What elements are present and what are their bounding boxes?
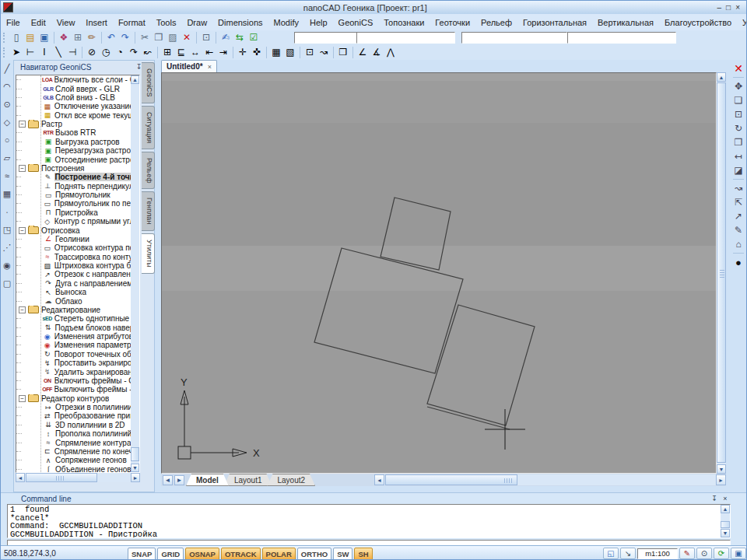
tree-item-row[interactable]: RTRВызов RTR <box>16 128 132 137</box>
zoom-tool-icon[interactable]: ⊙ <box>696 548 712 559</box>
document-tab[interactable]: Untitled0* × <box>161 60 217 72</box>
maximize-button[interactable]: □ <box>726 3 731 12</box>
scroll-thumb[interactable] <box>26 473 97 482</box>
notification-icon[interactable]: ✎ <box>679 548 695 559</box>
pan-icon[interactable]: ✥ <box>731 79 745 93</box>
wipeout-icon[interactable]: ◪ <box>731 163 745 177</box>
menu-item[interactable]: View <box>51 16 81 29</box>
toggle-otrack[interactable]: OTRACK <box>221 548 261 560</box>
quadrant-snap-icon[interactable]: ◔ <box>113 46 127 59</box>
select-tool-icon[interactable]: ➤ <box>9 46 23 59</box>
text-tool-icon[interactable]: I <box>37 46 51 59</box>
align-icon[interactable]: ⇱ <box>731 195 745 209</box>
tree-item-row[interactable]: ◇Контур с прямыми углами <box>16 217 132 226</box>
command-scrollbar[interactable]: ▲ ▼ <box>721 505 730 537</box>
collapse-icon[interactable]: − <box>19 165 26 172</box>
collapse-icon[interactable]: − <box>19 227 26 234</box>
region-icon[interactable]: ⊡ <box>303 46 317 59</box>
tree-item-row[interactable]: ∫Объединение геонов <box>16 465 132 473</box>
line-icon[interactable]: ╱ <box>1 60 13 78</box>
tree-item-row[interactable]: ⇅Подъем блоков наверх <box>16 324 132 332</box>
tree-item-row[interactable]: ≈Спрямление контура <box>16 438 132 446</box>
tree-item-row[interactable]: ⊏Спрямление по конечным <box>16 447 132 456</box>
arc-tool-icon[interactable]: ↷ <box>127 46 141 59</box>
tree-item-row[interactable]: ⊓Пристройка <box>16 208 132 217</box>
scroll-right-icon[interactable]: ► <box>716 474 726 485</box>
layout-tab-layout1[interactable]: Layout1 <box>224 474 272 486</box>
layout-tab-model[interactable]: Model <box>186 474 229 486</box>
menu-item[interactable]: File <box>1 16 26 29</box>
collapse-icon[interactable]: − <box>19 306 26 313</box>
block-icon[interactable]: ❒ <box>336 46 350 59</box>
publish-icon[interactable]: ✏ <box>85 31 99 44</box>
toolbar-combo-field[interactable] <box>356 32 455 44</box>
rhombus-icon[interactable]: ◇ <box>1 114 13 131</box>
menu-item[interactable]: Insert <box>80 16 113 29</box>
side-tab-рельеф[interactable]: Рельеф <box>142 152 155 190</box>
tree-item-row[interactable]: ▣Выгрузка растров <box>16 138 132 146</box>
intersect-icon[interactable]: ⋀ <box>384 46 398 59</box>
screen-icon[interactable]: ▣ <box>731 548 746 559</box>
calc-icon[interactable]: ✛ <box>236 46 250 59</box>
draw-order-icon[interactable]: ↗ <box>731 209 745 223</box>
tree-item-row[interactable]: ↯Удалить экранирование о <box>16 367 132 376</box>
canvas-vscrollbar[interactable]: ▲ ▼ <box>717 72 726 474</box>
cut-icon[interactable]: ✂ <box>138 31 152 44</box>
scroll-up-icon[interactable]: ▲ <box>721 505 730 513</box>
tree-item-row[interactable]: ✎Построение 4-й точки <box>16 173 132 181</box>
center-snap-icon[interactable]: ◷ <box>99 46 113 59</box>
scroll-down-icon[interactable]: ▼ <box>131 464 139 472</box>
donut-icon[interactable]: ◉ <box>1 257 13 275</box>
angle-icon[interactable]: ∠ <box>356 46 370 59</box>
toolbar-combo-field[interactable] <box>461 32 567 44</box>
block-icon[interactable]: ▢ <box>1 275 13 292</box>
tree-item-row[interactable]: GLRСлой вверх - GLR <box>16 84 132 93</box>
tree-folder-row[interactable]: −Растр <box>16 120 132 128</box>
toggle-sw[interactable]: SW <box>333 548 352 560</box>
line-tool-icon[interactable]: ╲ <box>51 46 65 59</box>
tree-item-row[interactable]: ▭Отрисовка контура по бло <box>16 243 132 252</box>
tree-item-row[interactable]: ↦Отрезки в полилинии <box>16 403 132 411</box>
scroll-thumb[interactable] <box>385 474 517 485</box>
undo-icon[interactable]: ↶ <box>104 31 118 44</box>
tree-item-row[interactable]: ⇊3D полилинии в 2D <box>16 421 132 429</box>
side-tab-geonics[interactable]: GeoniCS <box>142 62 155 103</box>
side-tab-генплан[interactable]: Генплан <box>142 191 155 230</box>
scroll-up-icon[interactable]: ▲ <box>717 72 726 82</box>
toggle-ortho[interactable]: ORTHO <box>297 548 331 560</box>
side-tab-утилиты[interactable]: Утилиты <box>142 233 155 274</box>
scroll-thumb[interactable] <box>721 521 730 528</box>
new-file-icon[interactable]: ▯ <box>9 31 23 44</box>
collapse-icon[interactable]: − <box>19 121 26 128</box>
tree-item-row[interactable]: ▣Отсоединение растров <box>16 155 132 163</box>
menu-item[interactable]: Рельеф <box>475 16 517 29</box>
tree-item-row[interactable]: ◉Изменения параметров ат <box>16 341 132 349</box>
grid-snap-icon[interactable]: ⊞ <box>160 46 174 59</box>
save-icon[interactable]: ▣ <box>37 31 51 44</box>
menu-item[interactable]: Format <box>113 16 151 29</box>
tree-folder-row[interactable]: −Редактор контуров <box>16 394 132 403</box>
plot-icon[interactable]: ❖ <box>57 31 71 44</box>
tree-item-row[interactable]: ▦Отключение указанием на <box>16 102 132 110</box>
explode-bomb-icon[interactable]: ● <box>731 255 745 269</box>
scroll-down-icon[interactable]: ▼ <box>721 529 730 537</box>
tree-item-row[interactable]: ∠Геолинии <box>16 235 132 243</box>
construction-line-icon[interactable]: ⋰ <box>1 239 13 257</box>
side-tab-ситуация[interactable]: Ситуация <box>142 106 155 149</box>
properties-icon[interactable]: ⊡ <box>199 31 213 44</box>
home-view-icon[interactable]: ⌂ <box>731 237 745 251</box>
scroll-down-icon[interactable]: ▼ <box>717 464 726 474</box>
zoom-extents-icon[interactable]: ⊡ <box>731 107 745 121</box>
scroll-left-icon[interactable]: ◄ <box>16 473 25 482</box>
menu-item[interactable]: Draw <box>181 16 212 29</box>
edit-icon[interactable]: ✎ <box>731 223 745 237</box>
tree-item-row[interactable]: ↕Прополка полилиний <box>16 429 132 438</box>
tab-close-icon[interactable]: × <box>208 63 212 71</box>
tree-item-row[interactable]: GLBСлой вниз - GLB <box>16 93 132 102</box>
regen-icon[interactable]: ↻ <box>731 121 745 135</box>
tree-item-row[interactable]: ◉Изменения атрибутов в бл <box>16 332 132 341</box>
redo-icon[interactable]: ↷ <box>118 31 132 44</box>
tree-item-row[interactable]: ▭Прямоугольник <box>16 191 132 199</box>
menu-item[interactable]: Геоточки <box>430 16 475 29</box>
toolbar-combo-field[interactable] <box>567 32 676 44</box>
